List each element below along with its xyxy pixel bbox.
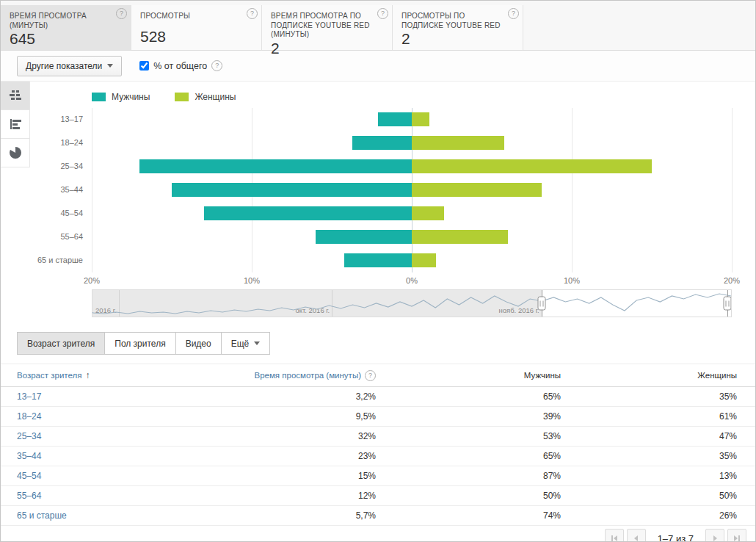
- metric-card[interactable]: ?ПРОСМОТРЫ528: [131, 5, 262, 50]
- cell-value: 50%: [376, 491, 561, 501]
- cell-value: 61%: [561, 411, 737, 422]
- tab-label: Видео: [186, 339, 211, 349]
- timeline-scrubber[interactable]: сент. 2016 г.окт. 2016 г.нояб. 2016 г.: [92, 289, 732, 317]
- metric-card-label: ВРЕМЯ ПРОСМОТРА (МИНУТЫ): [10, 12, 122, 30]
- other-metrics-button[interactable]: Другие показатели: [17, 56, 122, 76]
- cell-value: 35%: [561, 391, 737, 402]
- bar-male[interactable]: [204, 206, 412, 220]
- age-group-link[interactable]: 13–17: [17, 391, 200, 402]
- cell-value: 15%: [200, 471, 376, 481]
- column-header-label: Мужчины: [524, 371, 561, 380]
- metric-card[interactable]: ?ПРОСМОТРЫ ПО ПОДПИСКЕ YOUTUBE RED2: [393, 5, 523, 50]
- bar-female[interactable]: [412, 206, 444, 220]
- next-page-button[interactable]: [705, 529, 724, 542]
- age-group-link[interactable]: 35–44: [17, 451, 200, 461]
- bar-male[interactable]: [378, 112, 412, 126]
- tab-0[interactable]: Возраст зрителя: [17, 332, 105, 355]
- bar-female[interactable]: [412, 112, 429, 126]
- tab-label: Возраст зрителя: [27, 339, 95, 349]
- bar-female[interactable]: [412, 253, 436, 267]
- bar-female[interactable]: [412, 136, 504, 150]
- x-axis: 20%10%0%10%20%: [92, 275, 732, 288]
- x-axis-tick: 20%: [84, 276, 100, 285]
- age-group-link[interactable]: 18–24: [17, 411, 200, 422]
- chart-type-pyramid-button[interactable]: [1, 82, 30, 110]
- pagination-label: 1–7 из 7: [658, 533, 694, 542]
- plot-row: 18–24: [92, 131, 732, 155]
- last-page-button[interactable]: [727, 529, 746, 542]
- chevron-down-icon: [107, 64, 113, 68]
- chart-type-bar-button[interactable]: [1, 110, 30, 139]
- bar-female[interactable]: [412, 230, 508, 244]
- table-row: 55–6412%50%50%: [1, 486, 755, 506]
- legend-item: Женщины: [175, 92, 236, 102]
- y-axis-label: 45–54: [30, 209, 83, 217]
- bar-female[interactable]: [412, 159, 652, 173]
- cell-value: 32%: [200, 431, 376, 441]
- first-page-button[interactable]: [605, 529, 624, 542]
- cell-value: 3,2%: [200, 391, 376, 402]
- help-icon[interactable]: ?: [508, 8, 519, 19]
- help-icon[interactable]: ?: [365, 370, 376, 381]
- legend-item: Мужчины: [92, 92, 150, 102]
- chart-type-pie-button[interactable]: [1, 139, 30, 167]
- gridline: [732, 108, 733, 272]
- bar-male[interactable]: [139, 159, 412, 173]
- tab-3[interactable]: Ещё: [221, 332, 271, 355]
- column-header-0[interactable]: Возраст зрителя↑: [17, 370, 200, 380]
- bar-male[interactable]: [344, 253, 412, 267]
- plot-row: 25–34: [92, 155, 732, 178]
- cell-value: 5,7%: [200, 510, 376, 521]
- help-icon[interactable]: ?: [377, 8, 388, 19]
- bar-male[interactable]: [172, 183, 412, 197]
- metric-card-label: ВРЕМЯ ПРОСМОТРА ПО ПОДПИСКЕ YOUTUBE RED …: [271, 12, 383, 40]
- range-handle-right[interactable]: [723, 297, 731, 311]
- y-axis-label: 18–24: [30, 138, 83, 147]
- help-icon[interactable]: ?: [211, 60, 222, 71]
- tab-2[interactable]: Видео: [175, 332, 222, 355]
- legend-label: Женщины: [195, 92, 236, 102]
- age-group-link[interactable]: 25–34: [17, 431, 200, 441]
- table-row: 65 и старше5,7%74%26%: [1, 506, 755, 526]
- cell-value: 87%: [376, 471, 561, 481]
- help-icon[interactable]: ?: [116, 8, 127, 19]
- cell-value: 39%: [376, 411, 561, 422]
- percent-of-total-checkbox[interactable]: [139, 61, 149, 71]
- age-group-link[interactable]: 45–54: [17, 471, 200, 481]
- cell-value: 74%: [376, 510, 561, 521]
- pyramid-plot: 13–1718–2425–3435–4445–5455–6465 и старш…: [92, 108, 732, 272]
- other-metrics-label: Другие показатели: [26, 61, 102, 71]
- sort-ascending-icon: ↑: [85, 370, 90, 380]
- tab-1[interactable]: Пол зрителя: [104, 332, 175, 355]
- cell-value: 12%: [200, 491, 376, 501]
- plot-row: 13–17: [92, 108, 732, 131]
- table-row: 18–249,5%39%61%: [1, 407, 755, 427]
- x-axis-tick: 20%: [724, 276, 740, 285]
- metric-card[interactable]: ?ВРЕМЯ ПРОСМОТРА (МИНУТЫ)645: [1, 5, 131, 50]
- chart-section: МужчиныЖенщины 13–1718–2425–3435–4445–54…: [1, 81, 755, 325]
- y-axis-label: 13–17: [30, 115, 83, 123]
- column-header-1[interactable]: Время просмотра (минуты)?: [200, 370, 376, 381]
- cell-value: 26%: [561, 510, 737, 521]
- metric-card-value: 645: [10, 30, 122, 48]
- metric-card[interactable]: ?ВРЕМЯ ПРОСМОТРА ПО ПОДПИСКЕ YOUTUBE RED…: [262, 5, 393, 50]
- metric-cards: ?ВРЕМЯ ПРОСМОТРА (МИНУТЫ)645?ПРОСМОТРЫ52…: [1, 1, 755, 51]
- bar-male[interactable]: [352, 136, 412, 150]
- prev-page-button[interactable]: [627, 529, 646, 542]
- bar-male[interactable]: [316, 230, 412, 244]
- bar-female[interactable]: [412, 183, 542, 197]
- plot-row: 65 и старше: [92, 249, 732, 272]
- x-axis-tick: 0%: [406, 276, 418, 285]
- age-group-link[interactable]: 55–64: [17, 491, 200, 501]
- pie-chart-icon: [8, 145, 23, 160]
- age-group-link[interactable]: 65 и старше: [17, 510, 200, 521]
- help-icon[interactable]: ?: [247, 8, 258, 19]
- analytics-screen: ?ВРЕМЯ ПРОСМОТРА (МИНУТЫ)645?ПРОСМОТРЫ52…: [0, 0, 756, 542]
- column-header-2: Мужчины: [376, 371, 561, 380]
- pyramid-chart-icon: [8, 88, 23, 103]
- column-header-label: Возраст зрителя: [17, 371, 81, 380]
- data-table: Возраст зрителя↑Время просмотра (минуты)…: [1, 364, 755, 526]
- range-handle-left[interactable]: [537, 297, 545, 311]
- table-row: 25–3432%53%47%: [1, 427, 755, 447]
- cell-value: 47%: [561, 431, 737, 441]
